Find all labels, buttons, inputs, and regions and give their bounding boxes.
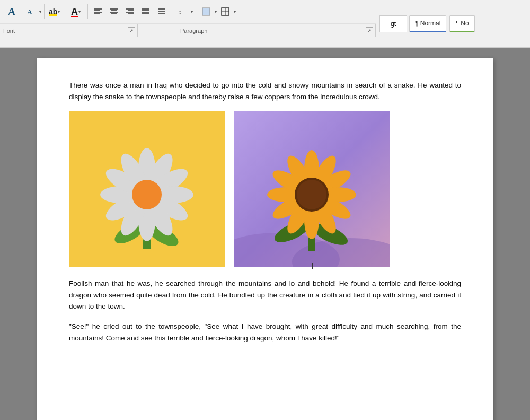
section-labels: Font ↗ Paragraph ↗ [0, 24, 376, 37]
line-spacing-button[interactable]: ↕ [175, 4, 190, 19]
paragraph-1: There was once a man in Iraq who decided… [69, 80, 461, 102]
toolbar-left-panel: A A ▾ ab ▾ A ▾ [0, 0, 376, 47]
flower-image-1 [69, 111, 225, 267]
line-spacing-dropdown-arrow-icon: ▾ [191, 10, 193, 14]
font-large-a-icon: A [8, 6, 15, 17]
flower-image-2-container [234, 111, 390, 269]
paragraph-3: "See!" he cried out to the townspeople, … [69, 321, 461, 344]
paragraph-section-label: Paragraph ↗ [138, 24, 376, 37]
align-center-button[interactable] [107, 4, 121, 19]
separator-3 [87, 4, 88, 19]
flower-image-1-container [69, 111, 225, 269]
separator-1 [44, 4, 45, 19]
flower-image-2 [234, 111, 390, 267]
borders-dropdown-arrow-icon: ▾ [234, 10, 236, 14]
justify-low-button[interactable] [154, 4, 169, 19]
font-color-bar-icon [71, 16, 78, 18]
document-area: There was once a man in Iraq who decided… [0, 48, 530, 420]
font-small-a-icon: A [27, 8, 32, 15]
font-color-button[interactable]: A ▾ [70, 4, 85, 19]
svg-point-60 [297, 180, 326, 209]
svg-point-40 [132, 180, 162, 209]
justify-button[interactable] [138, 4, 153, 19]
align-left-button[interactable] [91, 4, 105, 19]
font-dropdown-arrow-icon: ▾ [39, 10, 41, 14]
no-spacing-style-button[interactable]: ¶ No [449, 15, 474, 32]
highlight-color-button[interactable]: ab ▾ [47, 4, 64, 19]
text-cursor-bar [312, 263, 313, 269]
font-expand-icon[interactable]: ↗ [128, 27, 135, 34]
style-search-input[interactable] [379, 15, 407, 32]
images-row [69, 111, 461, 269]
font-color-dropdown-arrow-icon: ▾ [78, 10, 81, 14]
align-right-button[interactable] [122, 4, 137, 19]
document-page: There was once a man in Iraq who decided… [37, 58, 493, 420]
toolbar-row1: A A ▾ ab ▾ A ▾ [0, 0, 376, 24]
separator-5 [196, 4, 196, 19]
svg-rect-20 [202, 8, 210, 15]
svg-text:↕: ↕ [179, 8, 182, 15]
highlight-bar-icon [49, 14, 57, 16]
separator-2 [67, 4, 67, 19]
font-size-increase-button[interactable]: A [3, 4, 20, 19]
normal-style-button[interactable]: ¶ Normal [409, 15, 446, 32]
shading-dropdown-arrow-icon: ▾ [215, 10, 217, 14]
toolbar: A A ▾ ab ▾ A ▾ [0, 0, 530, 48]
separator-4 [172, 4, 172, 19]
font-section-label: Font ↗ [0, 24, 138, 37]
highlight-dropdown-arrow-icon: ▾ [58, 10, 60, 14]
paragraph-expand-icon[interactable]: ↗ [366, 27, 373, 34]
styles-panel: ¶ Normal ¶ No [376, 0, 530, 47]
paragraph-2: Foolish man that he was, he searched thr… [69, 278, 461, 312]
shading-button[interactable] [199, 4, 214, 19]
font-size-decrease-button[interactable]: A [21, 4, 38, 19]
borders-button[interactable] [218, 4, 233, 19]
